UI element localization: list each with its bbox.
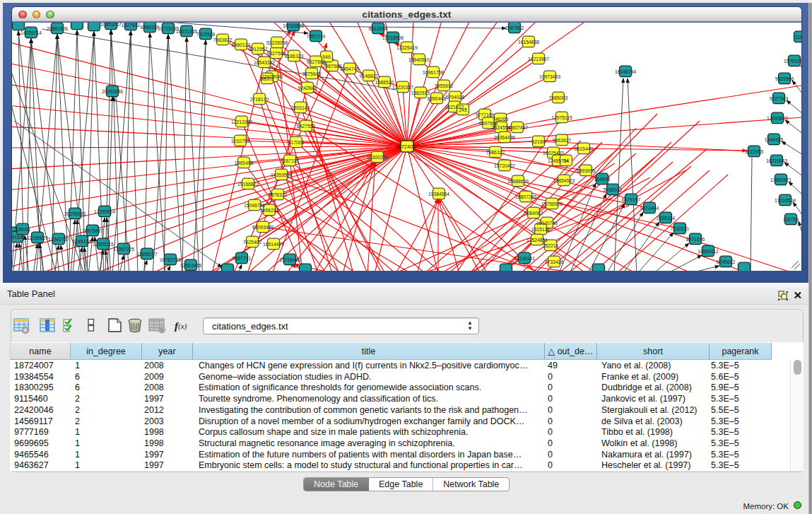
- svg-text:9327503: 9327503: [267, 51, 286, 56]
- svg-text:1112: 1112: [795, 35, 801, 40]
- svg-text:16961758: 16961758: [423, 70, 444, 75]
- svg-text:9227343: 9227343: [770, 96, 789, 101]
- svg-text:8454749: 8454749: [341, 66, 360, 71]
- svg-text:15720407: 15720407: [494, 163, 515, 168]
- svg-text:135061: 135061: [15, 227, 31, 232]
- svg-text:1615132: 1615132: [531, 227, 551, 232]
- svg-text:116753: 116753: [783, 217, 799, 222]
- svg-text:14136141: 14136141: [514, 256, 535, 261]
- svg-text:1362615: 1362615: [411, 90, 430, 95]
- svg-text:19166823: 19166823: [237, 182, 259, 187]
- svg-text:19384554: 19384554: [428, 192, 449, 197]
- svg-text:2087682: 2087682: [505, 25, 524, 30]
- svg-text:19654923: 19654923: [553, 178, 575, 183]
- svg-text:1010755: 1010755: [231, 139, 250, 144]
- svg-text:8912957: 8912957: [249, 47, 268, 52]
- svg-text:16671355: 16671355: [176, 29, 197, 34]
- svg-text:10653267: 10653267: [100, 23, 122, 27]
- svg-text:16782759: 16782759: [160, 257, 181, 262]
- svg-text:252214: 252214: [543, 243, 559, 248]
- svg-text:7515526: 7515526: [196, 32, 216, 37]
- svg-text:19756928: 19756928: [541, 201, 563, 206]
- svg-text:62160: 62160: [532, 139, 546, 144]
- svg-text:16648784: 16648784: [615, 69, 636, 74]
- svg-text:164094: 164094: [594, 177, 611, 182]
- svg-text:15751074: 15751074: [784, 59, 801, 64]
- svg-text:10973493: 10973493: [539, 74, 560, 79]
- svg-text:15975887: 15975887: [82, 228, 103, 233]
- svg-text:7955812: 7955812: [435, 83, 454, 88]
- svg-text:13220357: 13220357: [392, 85, 413, 90]
- svg-text:1498222: 1498222: [260, 208, 279, 213]
- svg-text:9146821: 9146821: [360, 74, 379, 78]
- svg-text:18724007: 18724007: [395, 144, 418, 150]
- svg-text:53226058: 53226058: [266, 40, 288, 45]
- svg-text:7857274: 7857274: [307, 34, 326, 39]
- svg-text:13524851: 13524851: [526, 238, 548, 243]
- svg-text:2718170: 2718170: [250, 97, 269, 102]
- svg-text:8990448: 8990448: [428, 96, 447, 101]
- svg-text:6794028: 6794028: [446, 95, 465, 100]
- svg-text:6893695: 6893695: [577, 168, 596, 173]
- svg-text:8471676: 8471676: [686, 237, 705, 242]
- svg-text:9327508: 9327508: [307, 59, 326, 64]
- svg-text:7485003: 7485003: [549, 95, 568, 100]
- svg-text:1527602: 1527602: [122, 23, 141, 28]
- svg-text:17359924: 17359924: [94, 209, 115, 214]
- svg-text:15640910: 15640910: [408, 57, 430, 62]
- svg-text:8813054: 8813054: [369, 26, 388, 31]
- svg-text:16914479: 16914479: [263, 242, 284, 247]
- svg-text:17016504: 17016504: [775, 198, 796, 203]
- svg-text:18300295: 18300295: [367, 155, 388, 160]
- svg-text:20206535: 20206535: [64, 211, 86, 216]
- svg-text:9463627: 9463627: [553, 138, 572, 143]
- svg-text:991541: 991541: [12, 235, 25, 240]
- svg-text:2803144: 2803144: [291, 105, 310, 110]
- svg-text:1588520: 1588520: [375, 80, 394, 85]
- svg-text:7986322: 7986322: [486, 150, 505, 155]
- svg-text:6466160: 6466160: [141, 25, 160, 30]
- svg-text:8878332: 8878332: [269, 192, 288, 197]
- svg-text:98901: 98901: [261, 76, 274, 81]
- svg-text:8960124: 8960124: [232, 42, 251, 47]
- svg-text:20691406: 20691406: [47, 26, 68, 31]
- svg-text:7625402: 7625402: [243, 240, 262, 245]
- svg-text:12505115: 12505115: [93, 242, 114, 247]
- svg-text:15716485: 15716485: [279, 257, 300, 262]
- svg-text:3215955: 3215955: [745, 149, 764, 154]
- svg-text:5938913: 5938913: [604, 187, 623, 192]
- svg-text:11325419: 11325419: [396, 45, 418, 50]
- svg-text:1965498: 1965498: [235, 160, 254, 165]
- svg-text:9457771: 9457771: [233, 256, 252, 261]
- svg-text:245: 245: [459, 107, 467, 112]
- svg-text:20053346: 20053346: [102, 89, 123, 94]
- svg-text:84093489: 84093489: [252, 225, 273, 230]
- svg-text:9329966: 9329966: [775, 76, 794, 81]
- svg-text:9242848: 9242848: [298, 86, 317, 90]
- svg-text:16154838: 16154838: [518, 40, 539, 45]
- svg-text:15046746: 15046746: [244, 203, 265, 208]
- svg-text:11958177: 11958177: [136, 252, 158, 257]
- svg-text:9777169: 9777169: [476, 112, 495, 117]
- svg-text:1145194: 1145194: [73, 239, 91, 244]
- svg-text:3875645: 3875645: [302, 71, 322, 76]
- svg-text:6679197: 6679197: [622, 197, 641, 202]
- svg-text:12923465: 12923465: [180, 263, 201, 268]
- svg-text:12975115: 12975115: [551, 115, 572, 120]
- svg-text:13692971: 13692971: [770, 177, 792, 182]
- svg-text:2935114: 2935114: [657, 216, 675, 221]
- svg-text:12213967: 12213967: [528, 57, 549, 62]
- svg-text:12213303: 12213303: [231, 119, 252, 124]
- svg-text:17957225: 17957225: [113, 247, 134, 252]
- svg-text:9474444: 9474444: [640, 206, 659, 211]
- svg-text:7632621: 7632621: [671, 226, 690, 231]
- svg-text:917006: 917006: [288, 140, 305, 145]
- svg-text:16210643: 16210643: [766, 158, 787, 163]
- svg-text:20364436: 20364436: [494, 135, 515, 140]
- svg-text:10025433: 10025433: [543, 151, 564, 156]
- svg-text:18807249: 18807249: [515, 194, 536, 199]
- svg-text:14055714: 14055714: [20, 30, 42, 35]
- svg-text:9245612: 9245612: [717, 259, 736, 264]
- svg-text:12093872: 12093872: [767, 116, 788, 121]
- svg-text:12156829: 12156829: [27, 235, 48, 240]
